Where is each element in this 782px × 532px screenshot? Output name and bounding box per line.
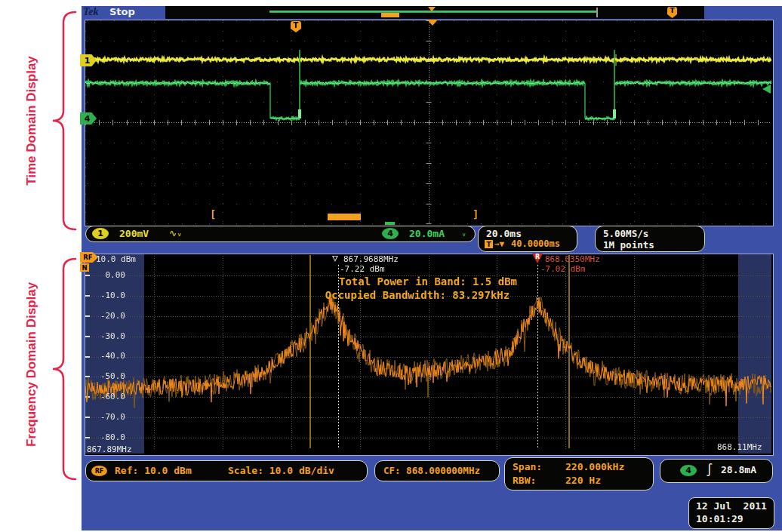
record-length: 1M points <box>603 239 654 251</box>
rf-axis-tick: -20.0 <box>92 311 125 321</box>
spectrum-time-indicator-bar[interactable] <box>328 214 361 220</box>
channel4-coupling-icons: ᵥ <box>461 228 466 238</box>
total-power-measurement: Total Power in Band: 1.5 dBm <box>339 275 517 288</box>
marker-a-amplitude: -7.22 dBm <box>340 264 385 274</box>
frequency-domain-annotation: Frequency Domain Display <box>24 282 39 447</box>
acquisition-readout-pill[interactable]: 5.00MS/s 1M points <box>595 226 705 252</box>
marker-a-icon[interactable]: ▽ <box>332 252 338 263</box>
channel-readout-pill[interactable]: 1 200mV ∿ᵥ 4 20.0mA ᵥ <box>85 226 476 242</box>
trigger-slope-icon: ∫ <box>706 463 713 477</box>
rbw-label: RBW: <box>513 475 536 486</box>
datetime-box: 12 Jul 2011 10:01:29 <box>688 497 774 529</box>
expansion-bracket <box>596 8 598 17</box>
spectrum-time-bracket-right: ] <box>473 208 479 220</box>
rf-readout-badge[interactable]: RF <box>91 466 107 476</box>
rf-scale-readout: Scale: 10.0 dB/div <box>228 465 334 476</box>
rf-normal-trace-badge[interactable]: N <box>80 263 89 272</box>
trigger-level-value: 28.8mA <box>721 464 756 475</box>
rf-axis-tick: 0.00 <box>92 270 125 280</box>
page: Time Domain Display Frequency Domain Dis… <box>0 0 782 532</box>
channel4-readout-badge[interactable]: 4 <box>382 228 399 239</box>
tek-logo: Tek <box>83 6 98 18</box>
time-domain-annotation: Time Domain Display <box>24 56 39 186</box>
frequency-domain-brace <box>48 257 82 481</box>
acquisition-status: Stop <box>109 6 135 17</box>
time-domain-brace <box>48 11 82 231</box>
rf-ref-level-label: 10.0 dBm <box>96 254 136 264</box>
time-display: 10:01:29 <box>696 513 744 524</box>
marker-r-frequency: 868.0350MHz <box>545 254 600 264</box>
rf-time-marker <box>385 222 395 225</box>
marker-a-frequency: 867.9688MHz <box>343 254 399 264</box>
channel1-coupling-icons: ∿ᵥ <box>169 228 182 238</box>
spectrum-time-bracket-left: [ <box>210 208 216 220</box>
horizontal-scale: 20.0ms <box>486 228 522 239</box>
trigger-source-badge[interactable]: 4 <box>680 465 697 476</box>
rf-axis-tick: -50.0 <box>92 371 125 381</box>
date-display: 12 Jul 2011 <box>696 500 767 512</box>
channel4-scale: 20.0mA <box>409 228 445 239</box>
channel1-scale: 200mV <box>119 228 149 239</box>
spectrum-start-frequency: 867.89MHz <box>87 444 132 454</box>
trigger-readout-pill[interactable]: 4 ∫ 28.8mA <box>660 459 773 483</box>
rf-axis-tick: -60.0 <box>92 392 125 401</box>
trigger-level-arrow[interactable] <box>762 85 771 94</box>
channel1-readout-badge[interactable]: 1 <box>92 228 109 239</box>
rf-readout-pill[interactable]: RF Ref: 10.0 dBm Scale: 10.0 dB/div <box>85 460 368 481</box>
marker-r-amplitude: -7.02 dBm <box>540 264 586 274</box>
trigger-position-mini-marker[interactable] <box>428 7 436 11</box>
occupied-bandwidth-measurement: Occupied Bandwidth: 83.297kHz <box>325 289 510 301</box>
span-value: 220.000kHz <box>565 461 624 472</box>
zoom-window-indicator[interactable] <box>381 13 399 17</box>
trigger-t-icon: T <box>485 240 493 248</box>
span-label: Span: <box>513 461 542 472</box>
span-rbw-pill[interactable]: Span: 220.000kHz RBW: 220 Hz <box>504 457 654 490</box>
sample-rate: 5.00MS/s <box>603 228 648 239</box>
trigger-delay-value: 40.0000ms <box>511 238 560 249</box>
time-domain-traces-canvas <box>85 20 771 224</box>
time-domain-graticule <box>85 20 774 226</box>
rf-ref-readout: Ref: 10.0 dBm <box>115 465 192 476</box>
center-frequency-readout: CF: 868.000000MHz <box>383 465 480 476</box>
center-frequency-pill[interactable]: CF: 868.000000MHz <box>374 460 500 481</box>
rf-axis-tick: -80.0 <box>92 432 125 442</box>
trigger-position-marker[interactable] <box>427 20 438 26</box>
spectrum-stop-frequency: 868.11MHz <box>717 442 762 452</box>
delay-arrow-icons: →▼ <box>494 239 504 249</box>
rf-axis-tick: -40.0 <box>92 351 125 361</box>
rf-axis-tick: -70.0 <box>92 412 125 422</box>
rbw-value: 220 Hz <box>565 475 601 486</box>
rf-axis-tick: -30.0 <box>92 331 125 341</box>
rf-axis-tick: -10.0 <box>92 291 125 300</box>
horizontal-readout-pill[interactable]: 20.0ms T →▼ 40.0000ms <box>478 226 577 252</box>
